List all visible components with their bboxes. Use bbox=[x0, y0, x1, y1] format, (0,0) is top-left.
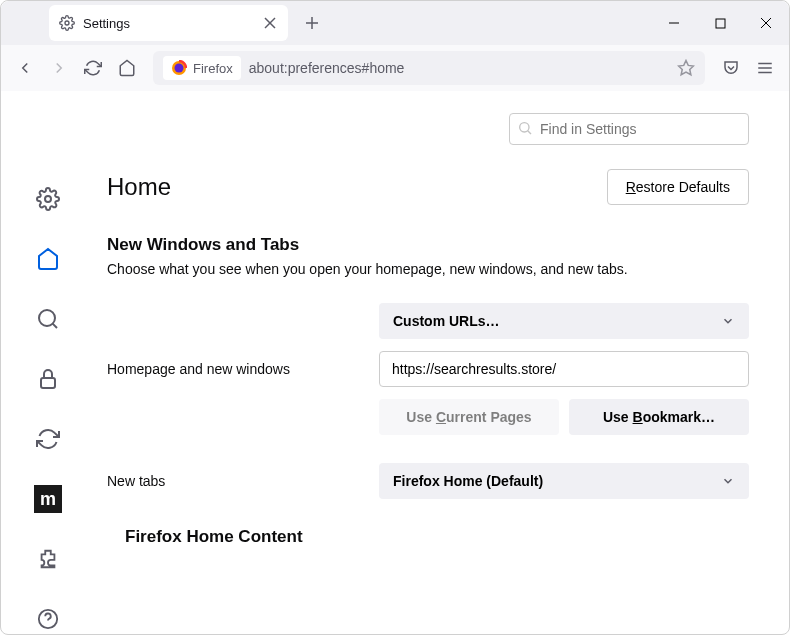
sidebar-item-general[interactable] bbox=[30, 183, 66, 215]
search-icon bbox=[517, 120, 533, 136]
svg-point-16 bbox=[39, 310, 55, 326]
section-title-2: Firefox Home Content bbox=[125, 527, 749, 547]
sidebar-item-privacy[interactable] bbox=[30, 363, 66, 395]
chevron-down-icon bbox=[721, 474, 735, 488]
bookmark-star-icon[interactable] bbox=[677, 59, 695, 77]
svg-rect-6 bbox=[716, 19, 725, 28]
select-value: Custom URLs… bbox=[393, 313, 500, 329]
close-window-button[interactable] bbox=[743, 1, 789, 45]
m-icon: m bbox=[34, 485, 62, 513]
home-button[interactable] bbox=[111, 52, 143, 84]
use-bookmark-button[interactable]: Use Bookmark… bbox=[569, 399, 749, 435]
maximize-button[interactable] bbox=[697, 1, 743, 45]
homepage-label: Homepage and new windows bbox=[107, 361, 379, 377]
section-desc: Choose what you see when you open your h… bbox=[107, 261, 749, 277]
identity-label: Firefox bbox=[193, 61, 233, 76]
page-title: Home bbox=[107, 173, 171, 201]
sidebar-item-home[interactable] bbox=[30, 243, 66, 275]
gear-icon bbox=[59, 15, 75, 31]
pocket-button[interactable] bbox=[715, 52, 747, 84]
browser-tab[interactable]: Settings bbox=[49, 5, 288, 41]
firefox-icon bbox=[171, 60, 187, 76]
svg-line-17 bbox=[53, 324, 57, 328]
use-current-pages-button: Use Current Pages bbox=[379, 399, 559, 435]
app-menu-button[interactable] bbox=[749, 52, 781, 84]
tab-title: Settings bbox=[83, 16, 254, 31]
svg-line-22 bbox=[528, 131, 531, 134]
sidebar-item-more[interactable]: m bbox=[30, 483, 66, 515]
find-in-settings-input[interactable] bbox=[509, 113, 749, 145]
identity-box[interactable]: Firefox bbox=[163, 56, 241, 80]
close-icon[interactable] bbox=[262, 15, 278, 31]
chevron-down-icon bbox=[721, 314, 735, 328]
sidebar-item-help[interactable] bbox=[30, 603, 66, 635]
newtabs-label: New tabs bbox=[107, 473, 379, 489]
svg-point-0 bbox=[65, 21, 69, 25]
restore-defaults-button[interactable]: Restore Defaults bbox=[607, 169, 749, 205]
back-button[interactable] bbox=[9, 52, 41, 84]
sidebar-item-search[interactable] bbox=[30, 303, 66, 335]
url-text: about:preferences#home bbox=[249, 60, 669, 76]
newtabs-select[interactable]: Firefox Home (Default) bbox=[379, 463, 749, 499]
section-title: New Windows and Tabs bbox=[107, 235, 749, 255]
homepage-url-input[interactable] bbox=[379, 351, 749, 387]
svg-point-21 bbox=[520, 123, 529, 132]
sidebar-item-sync[interactable] bbox=[30, 423, 66, 455]
select-value: Firefox Home (Default) bbox=[393, 473, 543, 489]
reload-button[interactable] bbox=[77, 52, 109, 84]
forward-button bbox=[43, 52, 75, 84]
svg-rect-18 bbox=[41, 378, 55, 388]
homepage-mode-select[interactable]: Custom URLs… bbox=[379, 303, 749, 339]
svg-point-10 bbox=[175, 64, 184, 73]
minimize-button[interactable] bbox=[651, 1, 697, 45]
svg-marker-11 bbox=[679, 61, 694, 75]
url-bar[interactable]: Firefox about:preferences#home bbox=[153, 51, 705, 85]
svg-point-15 bbox=[45, 196, 51, 202]
sidebar-item-extensions[interactable] bbox=[30, 543, 66, 575]
new-tab-button[interactable] bbox=[298, 9, 326, 37]
